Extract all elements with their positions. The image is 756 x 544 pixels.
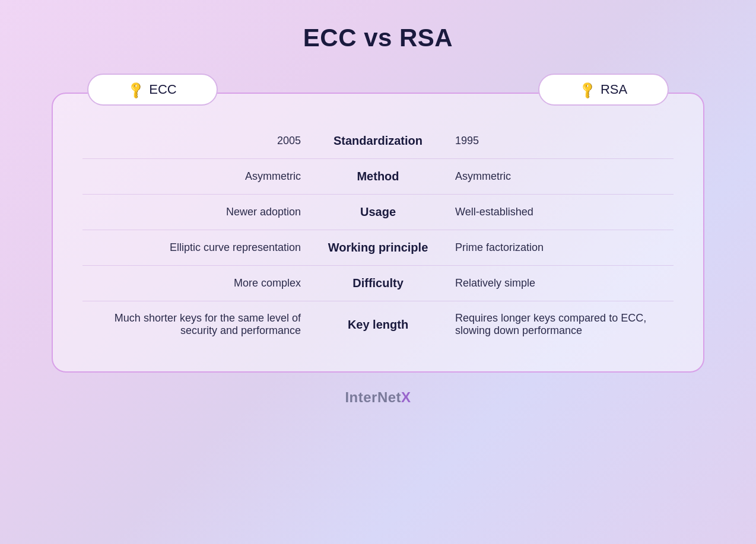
cell-left-3: Elliptic curve representation — [77, 230, 313, 265]
cell-right-5: Requires longer keys compared to ECC, sl… — [443, 301, 679, 348]
rsa-key-icon: 🔑 — [577, 79, 598, 100]
cell-right-2: Well-established — [443, 195, 679, 230]
cell-right-1: Asymmetric — [443, 159, 679, 194]
cell-center-1: Method — [313, 159, 443, 194]
cell-left-4: More complex — [77, 266, 313, 301]
rsa-label: RSA — [601, 82, 627, 97]
ecc-button: 🔑 ECC — [87, 74, 218, 106]
comparison-wrapper: 🔑 ECC 🔑 RSA 2005Standardization1995Asymm… — [52, 74, 704, 373]
cell-center-4: Difficulty — [313, 266, 443, 301]
cell-center-3: Working principle — [313, 230, 443, 265]
header-row: 🔑 ECC 🔑 RSA — [52, 74, 704, 106]
cell-left-0: 2005 — [77, 123, 313, 158]
page-title: ECC vs RSA — [303, 24, 453, 52]
cell-left-2: Newer adoption — [77, 195, 313, 230]
cell-right-3: Prime factorization — [443, 230, 679, 265]
ecc-key-icon: 🔑 — [125, 79, 146, 100]
comparison-card: 2005Standardization1995AsymmetricMethodA… — [52, 93, 704, 373]
footer-text-main: InterNet — [345, 389, 401, 405]
cell-left-1: Asymmetric — [77, 159, 313, 194]
cell-right-0: 1995 — [443, 123, 679, 158]
rsa-button: 🔑 RSA — [538, 74, 669, 106]
comparison-table: 2005Standardization1995AsymmetricMethodA… — [77, 123, 679, 348]
cell-center-5: Key length — [313, 301, 443, 348]
ecc-label: ECC — [149, 82, 176, 97]
footer-x: X — [401, 389, 411, 405]
cell-center-0: Standardization — [313, 123, 443, 158]
cell-right-4: Relatively simple — [443, 266, 679, 301]
footer: InterNetX — [345, 389, 411, 406]
cell-center-2: Usage — [313, 195, 443, 230]
cell-left-5: Much shorter keys for the same level of … — [77, 301, 313, 348]
